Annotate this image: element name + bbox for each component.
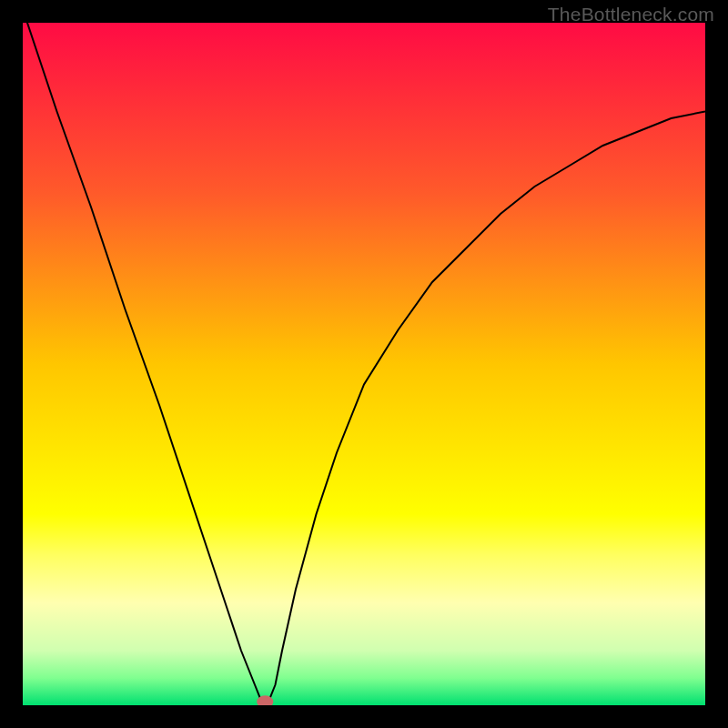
gradient-background [23,23,705,705]
chart-frame: TheBottleneck.com [0,0,728,728]
watermark-text: TheBottleneck.com [548,4,714,25]
plot-area [23,23,705,705]
chart-svg [23,23,705,705]
